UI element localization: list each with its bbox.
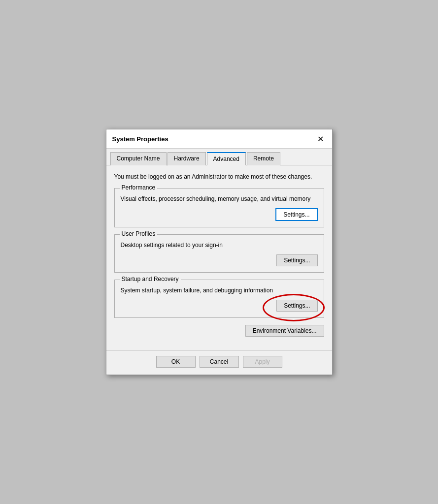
performance-actions: Settings...: [121, 208, 318, 221]
tab-advanced[interactable]: Advanced: [207, 152, 246, 165]
tab-remote[interactable]: Remote: [247, 152, 280, 165]
startup-recovery-group: Startup and Recovery System startup, sys…: [114, 280, 324, 318]
startup-recovery-settings-button[interactable]: Settings...: [276, 300, 317, 312]
tab-hardware[interactable]: Hardware: [168, 152, 206, 165]
close-button[interactable]: ✕: [315, 133, 326, 144]
startup-recovery-actions: Settings...: [121, 300, 318, 312]
env-vars-row: Environment Variables...: [114, 325, 324, 337]
user-profiles-group-label: User Profiles: [120, 230, 158, 237]
performance-settings-button[interactable]: Settings...: [275, 208, 317, 221]
user-profiles-group: User Profiles Desktop settings related t…: [114, 234, 324, 273]
environment-variables-button[interactable]: Environment Variables...: [245, 325, 324, 337]
performance-group: Performance Visual effects, processor sc…: [114, 188, 324, 227]
cancel-button[interactable]: Cancel: [200, 356, 239, 368]
performance-group-label: Performance: [120, 184, 158, 191]
apply-button[interactable]: Apply: [243, 356, 282, 368]
dialog-footer: OK Cancel Apply: [106, 350, 332, 375]
user-profiles-desc: Desktop settings related to your sign-in: [121, 241, 318, 250]
dialog-title: System Properties: [112, 135, 168, 143]
circle-annotation: Settings...: [276, 300, 317, 312]
title-bar: System Properties ✕: [106, 129, 332, 149]
system-properties-dialog: System Properties ✕ Computer Name Hardwa…: [106, 129, 333, 375]
tab-bar: Computer Name Hardware Advanced Remote: [106, 149, 332, 165]
admin-info-text: You must be logged on as an Administrato…: [114, 172, 324, 181]
user-profiles-actions: Settings...: [121, 254, 318, 266]
tab-computer-name[interactable]: Computer Name: [110, 152, 167, 165]
startup-recovery-desc: System startup, system failure, and debu…: [121, 286, 318, 295]
ok-button[interactable]: OK: [156, 356, 196, 368]
performance-desc: Visual effects, processor scheduling, me…: [121, 194, 318, 203]
user-profiles-settings-button[interactable]: Settings...: [276, 254, 317, 266]
startup-recovery-group-label: Startup and Recovery: [120, 276, 181, 283]
tab-content: You must be logged on as an Administrato…: [106, 165, 332, 350]
